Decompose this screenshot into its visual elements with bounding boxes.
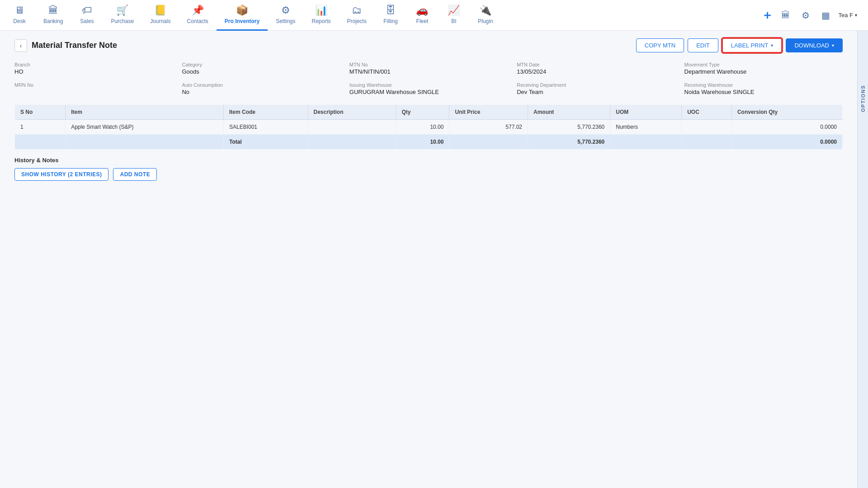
label-print-button[interactable]: LABEL PRINT ▾ <box>722 38 783 53</box>
nav-item-desk[interactable]: 🖥Desk <box>4 0 35 31</box>
total-cell-uoc <box>682 135 732 150</box>
nav-item-projects[interactable]: 🗂Projects <box>339 0 375 31</box>
nav-label-plugin: Plugin <box>478 18 493 24</box>
nav-item-pro-inventory[interactable]: 📦Pro Inventory <box>217 0 268 31</box>
filling-icon: 🗄 <box>386 5 396 16</box>
label-print-text: LABEL PRINT <box>731 42 769 49</box>
mtn-no-value: MTN/NITIN/001 <box>349 68 508 75</box>
nav-item-settings[interactable]: ⚙Settings <box>268 0 303 31</box>
issuing-warehouse-label: Issuing Warehouse <box>349 82 508 88</box>
history-title: History & Notes <box>14 157 843 164</box>
nav-item-banking[interactable]: 🏛Banking <box>35 0 71 31</box>
total-cell-description <box>308 135 396 150</box>
grid-icon[interactable]: ▦ <box>818 8 833 23</box>
category-field: Category Goods <box>182 62 340 75</box>
copy-mtn-button[interactable]: COPY MTN <box>636 38 684 52</box>
col-header-sno: S No <box>15 105 66 120</box>
table-total-row: Total10.005,770.23600.0000 <box>15 135 843 150</box>
user-menu[interactable]: Tea F <box>838 12 857 19</box>
back-button[interactable]: ‹ <box>14 39 27 52</box>
branch-field: Branch HO <box>14 62 173 75</box>
mtn-date-value: 13/05/2024 <box>517 68 675 75</box>
nav-item-fleet[interactable]: 🚗Fleet <box>406 0 438 31</box>
total-cell-sno <box>15 135 66 150</box>
contacts-icon: 📌 <box>192 5 204 16</box>
mtn-no-field: MTN No MTN/NITIN/001 <box>349 62 508 75</box>
projects-icon: 🗂 <box>352 5 362 16</box>
col-header-item: Item <box>66 105 224 120</box>
movement-type-label: Movement Type <box>684 62 843 67</box>
auto-consumption-field: Auto Consumption No <box>182 82 340 95</box>
nav-label-purchase: Purchase <box>111 18 134 24</box>
add-icon[interactable]: ＋ <box>761 7 773 23</box>
edit-button[interactable]: EDIT <box>688 38 718 52</box>
nav-item-contacts[interactable]: 📌Contacts <box>179 0 216 31</box>
receiving-dept-field: Receiving Department Dev Team <box>517 82 675 95</box>
desk-icon: 🖥 <box>14 5 24 16</box>
nav-items: 🖥Desk🏛Banking🏷Sales🛒Purchase📒Journals📌Co… <box>4 0 761 31</box>
branch-label: Branch <box>14 62 173 67</box>
page-header: ‹ Material Transfer Note COPY MTN EDIT L… <box>14 38 843 53</box>
main-content: ‹ Material Transfer Note COPY MTN EDIT L… <box>0 31 857 488</box>
issuing-warehouse-field: Issuing Warehouse GURUGRAM Warehosue SIN… <box>349 82 508 95</box>
issuing-warehouse-value: GURUGRAM Warehosue SINGLE <box>349 89 508 95</box>
options-label: OPTIONS <box>860 85 866 112</box>
nav-label-journals: Journals <box>150 18 170 24</box>
total-cell-uom <box>610 135 682 150</box>
options-sidebar[interactable]: OPTIONS <box>857 31 868 488</box>
cell-item: Apple Smart Watch (S&P) <box>66 120 224 135</box>
label-print-dropdown-arrow: ▾ <box>771 43 773 48</box>
nav-label-desk: Desk <box>13 18 25 24</box>
table-header-row: S NoItemItem CodeDescriptionQtyUnit Pric… <box>15 105 843 120</box>
mtn-date-label: MTN Date <box>517 62 675 67</box>
nav-label-sales: Sales <box>80 18 94 24</box>
nav-item-purchase[interactable]: 🛒Purchase <box>103 0 142 31</box>
nav-label-banking: Banking <box>43 18 63 24</box>
page-title: Material Transfer Note <box>32 41 117 50</box>
download-dropdown-arrow: ▾ <box>832 43 834 48</box>
cell-item_code: SALEBI001 <box>223 120 308 135</box>
cell-conversion_qty: 0.0000 <box>731 120 842 135</box>
cell-sno: 1 <box>15 120 66 135</box>
mrn-no-field: MRN No <box>14 82 173 95</box>
page-title-row: ‹ Material Transfer Note <box>14 39 117 52</box>
total-cell-item <box>66 135 224 150</box>
nav-label-projects: Projects <box>347 18 367 24</box>
show-history-button[interactable]: SHOW HISTORY (2 ENTRIES) <box>14 168 108 181</box>
sales-icon: 🏷 <box>82 5 92 16</box>
bi-icon: 📈 <box>448 5 460 16</box>
movement-type-value: Department Warehouse <box>684 68 843 75</box>
download-button[interactable]: DOWNLOAD ▾ <box>786 38 843 52</box>
col-header-description: Description <box>308 105 396 120</box>
category-label: Category <box>182 62 340 67</box>
nav-item-reports[interactable]: 📊Reports <box>304 0 339 31</box>
building-icon[interactable]: 🏛 <box>778 8 793 23</box>
col-header-unit_price: Unit Price <box>449 105 528 120</box>
pro-inventory-icon: 📦 <box>236 5 248 16</box>
nav-item-journals[interactable]: 📒Journals <box>142 0 179 31</box>
col-header-uoc: UOC <box>682 105 732 120</box>
receiving-dept-label: Receiving Department <box>517 82 675 88</box>
nav-right: ＋ 🏛 ⚙ ▦ Tea F <box>761 7 864 23</box>
download-text: DOWNLOAD <box>794 42 829 49</box>
content-area: ‹ Material Transfer Note COPY MTN EDIT L… <box>0 31 868 488</box>
total-cell-unit_price <box>449 135 528 150</box>
settings-icon[interactable]: ⚙ <box>798 8 813 23</box>
nav-item-sales[interactable]: 🏷Sales <box>71 0 103 31</box>
settings-icon: ⚙ <box>281 5 290 16</box>
auto-consumption-value: No <box>182 89 340 95</box>
reports-icon: 📊 <box>315 5 327 16</box>
nav-item-filling[interactable]: 🗄Filling <box>375 0 406 31</box>
receiving-warehouse-field: Receiving Warehouse Noida Warehosue SING… <box>684 82 843 95</box>
cell-uoc <box>682 120 732 135</box>
total-cell-item_code: Total <box>223 135 308 150</box>
col-header-conversion_qty: Conversion Qty <box>731 105 842 120</box>
col-header-amount: Amount <box>528 105 610 120</box>
nav-item-bi[interactable]: 📈BI <box>438 0 470 31</box>
receiving-warehouse-label: Receiving Warehouse <box>684 82 843 88</box>
nav-label-settings: Settings <box>276 18 295 24</box>
mrn-no-label: MRN No <box>14 82 173 88</box>
add-note-button[interactable]: ADD NOTE <box>113 168 157 181</box>
nav-item-plugin[interactable]: 🔌Plugin <box>470 0 501 31</box>
table-body: 1Apple Smart Watch (S&P)SALEBI00110.0057… <box>15 120 843 150</box>
